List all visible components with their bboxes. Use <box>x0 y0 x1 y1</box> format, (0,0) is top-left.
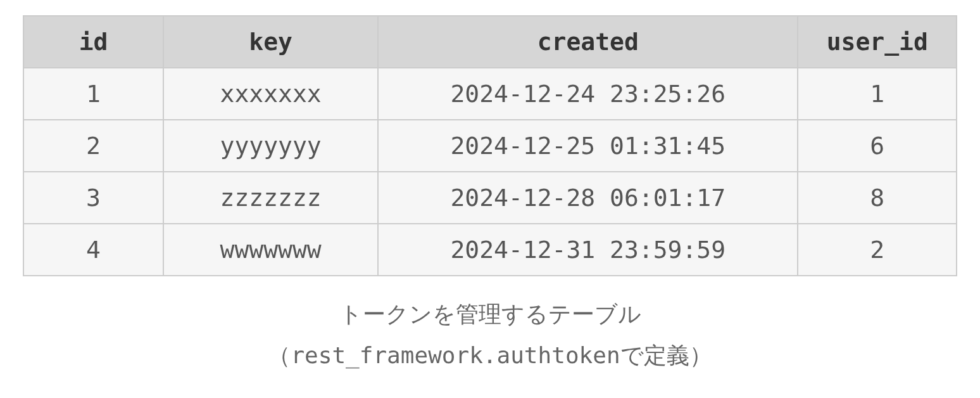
cell-id: 1 <box>23 68 163 120</box>
table-header-row: id key created user_id <box>23 16 957 68</box>
cell-id: 3 <box>23 172 163 224</box>
caption-paren-open: （ <box>268 342 291 368</box>
token-table: id key created user_id 1 xxxxxxx 2024-12… <box>23 15 957 276</box>
col-header-key: key <box>163 16 378 68</box>
cell-userid: 8 <box>798 172 957 224</box>
caption-paren-tail: で定義） <box>620 342 712 368</box>
cell-userid: 6 <box>798 120 957 172</box>
table-row: 3 zzzzzzz 2024-12-28 06:01:17 8 <box>23 172 957 224</box>
cell-key: yyyyyyy <box>163 120 378 172</box>
table-row: 1 xxxxxxx 2024-12-24 23:25:26 1 <box>23 68 957 120</box>
cell-userid: 2 <box>798 224 957 276</box>
table-caption: トークンを管理するテーブル （rest_framework.authtokenで… <box>23 294 957 376</box>
cell-key: zzzzzzz <box>163 172 378 224</box>
col-header-id: id <box>23 16 163 68</box>
cell-created: 2024-12-25 01:31:45 <box>378 120 798 172</box>
cell-key: xxxxxxx <box>163 68 378 120</box>
cell-key: wwwwwww <box>163 224 378 276</box>
cell-created: 2024-12-24 23:25:26 <box>378 68 798 120</box>
col-header-created: created <box>378 16 798 68</box>
caption-module-name: rest_framework.authtoken <box>291 342 620 368</box>
cell-userid: 1 <box>798 68 957 120</box>
cell-id: 4 <box>23 224 163 276</box>
cell-created: 2024-12-28 06:01:17 <box>378 172 798 224</box>
cell-created: 2024-12-31 23:59:59 <box>378 224 798 276</box>
table-row: 2 yyyyyyy 2024-12-25 01:31:45 6 <box>23 120 957 172</box>
col-header-userid: user_id <box>798 16 957 68</box>
table-row: 4 wwwwwww 2024-12-31 23:59:59 2 <box>23 224 957 276</box>
cell-id: 2 <box>23 120 163 172</box>
caption-line1: トークンを管理するテーブル <box>339 301 641 327</box>
